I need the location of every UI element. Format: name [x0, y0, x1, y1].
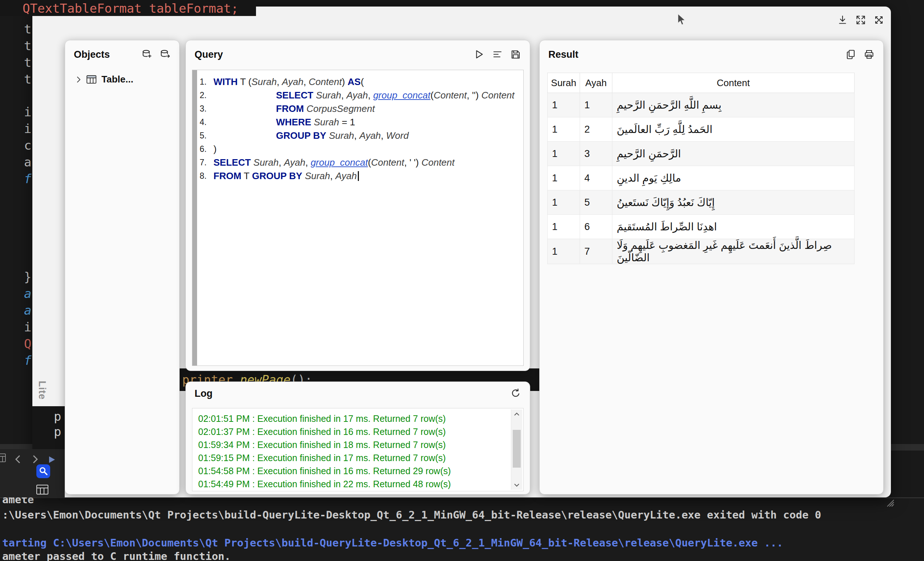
column-header[interactable]: Surah: [548, 73, 580, 93]
code-line: 7.SELECT Surah, Ayah, group_concat(Conte…: [192, 156, 523, 169]
objects-panel: Objects Table...: [65, 40, 180, 495]
table-row[interactable]: 16اهدِنَا الصِّراطَ المُستَقيمَ: [548, 215, 855, 239]
fullscreen-icon[interactable]: [855, 15, 866, 25]
log-entry: 01:59:15 PM : Execution finished in 17 m…: [198, 451, 507, 464]
log-entry: 01:54:49 PM : Execution finished in 22 m…: [198, 477, 507, 491]
query-header-icons: [474, 49, 521, 60]
forward-arrow-icon[interactable]: [30, 454, 39, 464]
log-entry: 01:54:58 PM : Execution finished in 16 m…: [198, 464, 507, 477]
code-line: 4.WHERE Surah = 1: [192, 115, 523, 129]
query-panel-header: Query: [186, 40, 530, 69]
code-line: 5.GROUP BY Surah, Ayah, Word: [192, 129, 523, 142]
table-icon: [86, 75, 97, 84]
log-panel-header: Log: [186, 382, 530, 405]
sidebar-tab-label[interactable]: Lite: [36, 381, 48, 400]
log-entry: 01:59:34 PM : Execution finished in 18 m…: [198, 438, 507, 451]
querylite-app-icon[interactable]: [36, 464, 50, 478]
objects-header-icons: [141, 49, 171, 60]
scrollbar-thumb[interactable]: [513, 430, 521, 468]
objects-panel-title: Objects: [74, 49, 110, 60]
code-line: 1.WITH T (Surah, Ayah, Content) AS(: [192, 75, 523, 89]
result-panel-title: Result: [548, 49, 579, 60]
database-add-icon[interactable]: [141, 49, 152, 60]
scroll-down-icon[interactable]: [511, 480, 522, 490]
scroll-up-icon[interactable]: [511, 410, 522, 419]
ide-bottom-toolbar: [0, 449, 65, 497]
code-text: QTextTableFormat tableFormat;: [22, 1, 238, 16]
query-code: 1.WITH T (Surah, Ayah, Content) AS(2.SEL…: [192, 75, 523, 183]
table-row[interactable]: 15إِيّاكَ نَعبُدُ وَإِيّاكَ نَستَعينُ: [548, 190, 855, 215]
database-export-icon[interactable]: [160, 49, 171, 60]
save-query-icon[interactable]: [510, 49, 521, 60]
ide-editor-patch: [32, 406, 65, 449]
tree-item-label: Table...: [102, 74, 134, 85]
print-icon[interactable]: [864, 49, 874, 60]
log-list: 02:01:51 PM : Execution finished in 17 m…: [198, 412, 507, 491]
run-app-icon[interactable]: [48, 456, 56, 464]
text-caret: [358, 171, 359, 181]
code-line: 3.FROM CorpusSegment: [192, 102, 523, 115]
close-icon[interactable]: [873, 15, 884, 25]
result-panel-header: Result: [540, 40, 883, 69]
table-row[interactable]: 14مالِكِ يَومِ الدينِ: [548, 166, 855, 190]
table-row[interactable]: 12الحَمدُ لِلَّهِ رَبِّ العالَمينَ: [548, 117, 855, 142]
format-query-icon[interactable]: [492, 49, 503, 60]
log-output[interactable]: 02:01:51 PM : Execution finished in 17 m…: [192, 408, 524, 491]
run-query-icon[interactable]: [474, 49, 485, 60]
objects-panel-header: Objects: [65, 40, 179, 69]
chevron-right-icon[interactable]: [76, 76, 81, 83]
code-line: 2.SELECT Surah, Ayah, group_concat(Conte…: [192, 89, 523, 102]
grid-icon[interactable]: [0, 453, 6, 462]
table-view-icon[interactable]: [36, 485, 49, 495]
refresh-icon[interactable]: [510, 388, 521, 399]
query-panel: Query 1.WITH T (Surah, Ayah, Content) AS…: [186, 40, 530, 371]
log-panel: Log 02:01:51 PM : Execution finished in …: [186, 381, 530, 495]
log-entry: 02:01:37 PM : Execution finished in 16 m…: [198, 425, 507, 438]
query-panel-title: Query: [195, 49, 223, 60]
code-line: 8.FROM T GROUP BY Surah, Ayah: [192, 169, 523, 183]
log-header-icons: [510, 388, 521, 399]
table-row[interactable]: 13الرَّحمَنِ الرَّحيمِ: [548, 142, 855, 166]
result-header-icons: [846, 49, 874, 60]
sql-editor[interactable]: 1.WITH T (Surah, Ayah, Content) AS(2.SEL…: [192, 70, 524, 366]
result-panel: Result SurahAyahContent 11بِسمِ اللَّهِ …: [539, 40, 884, 495]
copy-icon[interactable]: [846, 49, 856, 60]
resize-grip-icon[interactable]: [885, 498, 894, 507]
log-entry: 02:01:51 PM : Execution finished in 17 m…: [198, 412, 507, 425]
ide-editor-top-line: QTextTableFormat tableFormat;: [0, 0, 256, 16]
result-tbody: 11بِسمِ اللَّهِ الرَّحمَنِ الرَّحيمِ12ال…: [548, 93, 855, 264]
code-line: 6.): [192, 142, 523, 156]
log-scrollbar[interactable]: [511, 410, 522, 490]
back-arrow-icon[interactable]: [14, 454, 22, 464]
column-header[interactable]: Ayah: [580, 73, 612, 93]
window-controls: [837, 15, 884, 25]
result-thead: SurahAyahContent: [548, 73, 855, 93]
download-icon[interactable]: [837, 15, 848, 25]
table-row[interactable]: 17صِراطَ الَّذينَ أَنعَمتَ عَلَيهِم غَير…: [548, 239, 855, 264]
result-table: SurahAyahContent 11بِسمِ اللَّهِ الرَّحم…: [547, 73, 855, 264]
column-header[interactable]: Content: [612, 73, 855, 93]
table-row[interactable]: 11بِسمِ اللَّهِ الرَّحمَنِ الرَّحيمِ: [548, 93, 855, 117]
log-panel-title: Log: [195, 388, 212, 399]
application-output-terminal[interactable]: [0, 497, 924, 561]
tree-item-tables[interactable]: Table...: [65, 74, 179, 85]
